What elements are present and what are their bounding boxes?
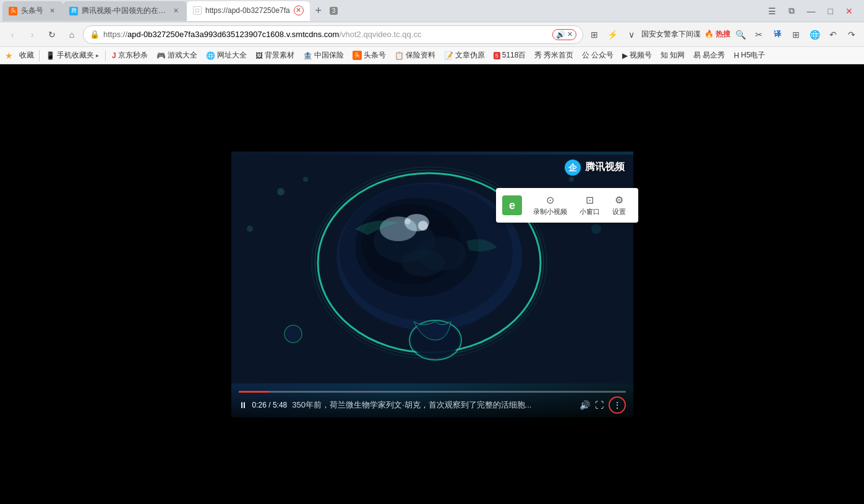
brightness-icon[interactable]: 🌐 bbox=[806, 26, 823, 43]
progress-bar[interactable] bbox=[239, 391, 626, 393]
cut-icon[interactable]: ✂ bbox=[750, 26, 768, 43]
bookmark-xiumi[interactable]: 秀 秀米首页 bbox=[531, 49, 577, 62]
bookmark-article-label: 文章伪原 bbox=[455, 50, 485, 61]
window-controls: ☰ ⧉ — □ ✕ bbox=[764, 4, 862, 17]
svg-text:企: 企 bbox=[568, 163, 578, 173]
bookmark-xiumi-label: 秀米首页 bbox=[544, 50, 573, 61]
bookmark-games[interactable]: 🎮 游戏大全 bbox=[153, 49, 201, 62]
translate-icon[interactable]: 译 bbox=[769, 26, 786, 43]
security-lock-icon: 🔒 bbox=[90, 30, 100, 39]
floating-toolbar-icon: e bbox=[502, 195, 522, 215]
bookmark-jd-icon: J bbox=[112, 51, 116, 60]
grid-icon[interactable]: ⊞ bbox=[787, 26, 805, 43]
svg-point-1 bbox=[277, 188, 284, 195]
bookmark-toutiao-label: 头条号 bbox=[364, 50, 386, 61]
bookmark-bg[interactable]: 🖼 背景素材 bbox=[252, 49, 298, 62]
bookmark-jd[interactable]: J 京东秒杀 bbox=[108, 49, 152, 62]
audio-icon: 🔊 bbox=[556, 30, 565, 39]
svg-point-16 bbox=[401, 249, 445, 276]
svg-point-3 bbox=[591, 224, 601, 234]
more-options-button[interactable]: ⋮ bbox=[609, 396, 626, 414]
mute-tab-button[interactable]: ✕ bbox=[567, 30, 573, 38]
settings-icon: ⚙ bbox=[615, 194, 623, 206]
svg-point-27 bbox=[286, 327, 301, 341]
tab-close-tencent[interactable]: ✕ bbox=[171, 6, 181, 16]
tab-favicon-tencent: 腾 bbox=[69, 7, 78, 15]
dropdown-icon[interactable]: ∨ bbox=[623, 26, 640, 43]
current-time: 0:26 bbox=[252, 401, 267, 409]
bookmark-sites[interactable]: 🌐 网址大全 bbox=[202, 49, 250, 62]
tab-toutiao[interactable]: 头 头条号 ✕ bbox=[2, 1, 63, 21]
bookmark-mobile[interactable]: 📱 手机收藏夹 ▸ bbox=[42, 49, 103, 62]
bookmark-zhiwang[interactable]: 知 知网 bbox=[657, 49, 688, 62]
redo-icon[interactable]: ↷ bbox=[843, 26, 860, 43]
audio-indicator: 🔊 ✕ bbox=[552, 29, 576, 40]
pause-button[interactable]: ⏸ bbox=[239, 400, 247, 410]
bookmark-games-label: 游戏大全 bbox=[168, 50, 197, 61]
controls-row: ⏸ 0:26 / 5:48 350年前，荷兰微生物学家列文·胡克，首次观察到了完… bbox=[239, 396, 626, 414]
search-icon[interactable]: 🔍 bbox=[732, 26, 749, 43]
window-close-btn[interactable]: ✕ bbox=[842, 5, 857, 17]
bookmark-yiqixiu[interactable]: 易 易企秀 bbox=[690, 49, 729, 62]
tab-tencent-video[interactable]: 腾 腾讯视频-中国领先的在线视... ✕ bbox=[63, 1, 187, 21]
progress-fill bbox=[239, 391, 270, 393]
bookmark-mobile-arrow: ▸ bbox=[96, 52, 99, 59]
tencent-video-text: 腾讯视频 bbox=[585, 161, 625, 174]
tab-add-button[interactable]: + bbox=[310, 2, 327, 20]
url-bar[interactable]: 🔒 https://apd-0b327250e7fa3a993d63512390… bbox=[83, 25, 583, 44]
lightning-icon[interactable]: ⚡ bbox=[604, 26, 622, 43]
fullscreen-button[interactable]: ⛶ bbox=[595, 400, 604, 410]
bookmark-video-num-label: 视频号 bbox=[630, 50, 652, 61]
nav-back-button[interactable]: ‹ bbox=[4, 26, 21, 43]
bookmark-5118[interactable]: 5 5118百 bbox=[490, 49, 530, 62]
nav-refresh-button[interactable]: ↻ bbox=[43, 26, 61, 43]
bookmark-insurance-cn-icon: 🏦 bbox=[303, 51, 312, 60]
bookmark-article-icon: 📝 bbox=[444, 51, 453, 60]
bookmark-h5-icon: H bbox=[734, 51, 739, 60]
settings-button[interactable]: ⚙ 设置 bbox=[606, 192, 632, 219]
tab-favicon-toutiao: 头 bbox=[9, 7, 17, 15]
tab-label-tencent: 腾讯视频-中国领先的在线视... bbox=[82, 6, 167, 16]
apps-icon[interactable]: ⊞ bbox=[586, 26, 603, 43]
bookmark-h5-label: H5电子 bbox=[741, 50, 765, 61]
window-new-icon[interactable]: ⧉ bbox=[785, 4, 798, 17]
window-menu-icon[interactable]: ☰ bbox=[764, 5, 780, 17]
undo-icon[interactable]: ↶ bbox=[824, 26, 842, 43]
bookmark-bg-label: 背景素材 bbox=[265, 50, 294, 61]
bookmark-article[interactable]: 📝 文章伪原 bbox=[440, 49, 489, 62]
svg-point-6 bbox=[247, 226, 253, 232]
bookmark-insurance-data-label: 保险资料 bbox=[406, 50, 435, 61]
tab-video-url[interactable]: □ https://apd-0b327250e7fa ✕ bbox=[187, 1, 310, 21]
bookmark-separator-2 bbox=[105, 50, 106, 61]
bookmark-toutiao[interactable]: 头 头条号 bbox=[349, 49, 390, 62]
miniplayer-icon: ⊡ bbox=[586, 194, 594, 206]
record-video-button[interactable]: ⊙ 录制小视频 bbox=[527, 192, 573, 219]
bookmark-bg-icon: 🖼 bbox=[255, 51, 263, 60]
nav-home-button[interactable]: ⌂ bbox=[63, 26, 80, 43]
bookmark-sites-icon: 🌐 bbox=[206, 51, 215, 60]
bookmark-video-num[interactable]: ▶ 视频号 bbox=[618, 49, 656, 62]
miniplayer-button[interactable]: ⊡ 小窗口 bbox=[573, 192, 606, 219]
main-content: 企 腾讯视频 ⏸ 0:26 / 5:48 350年前，荷兰微生物学家列文·胡克，… bbox=[0, 64, 864, 504]
tab-close-video[interactable]: ✕ bbox=[294, 6, 304, 15]
bookmark-games-icon: 🎮 bbox=[156, 51, 166, 60]
bookmark-mobile-icon: 📱 bbox=[46, 51, 55, 60]
volume-button[interactable]: 🔊 bbox=[580, 400, 590, 410]
bookmark-insurance-data[interactable]: 📋 保险资料 bbox=[391, 49, 439, 62]
window-maximize-btn[interactable]: □ bbox=[824, 5, 837, 17]
bookmark-gongzhonghao[interactable]: 公 公众号 bbox=[578, 49, 617, 62]
bookmark-sites-label: 网址大全 bbox=[217, 50, 247, 61]
bookmark-insurance-data-icon: 📋 bbox=[395, 51, 404, 60]
bookmark-h5[interactable]: H H5电子 bbox=[730, 49, 769, 62]
settings-label: 设置 bbox=[612, 207, 626, 216]
bookmark-insurance-cn[interactable]: 🏦 中国保险 bbox=[299, 49, 348, 62]
window-minimize-btn[interactable]: — bbox=[803, 5, 819, 17]
address-bar: ‹ › ↻ ⌂ 🔒 https://apd-0b327250e7fa3a993d… bbox=[0, 22, 864, 47]
tab-bar: 头 头条号 ✕ 腾 腾讯视频-中国领先的在线视... ✕ □ https://a… bbox=[0, 0, 864, 22]
bookmark-toutiao-icon: 头 bbox=[353, 51, 362, 60]
bookmark-yiqixiu-label: 易企秀 bbox=[703, 50, 725, 61]
tab-close-toutiao[interactable]: ✕ bbox=[47, 6, 57, 16]
time-display: 0:26 / 5:48 bbox=[252, 401, 288, 409]
tab-label-toutiao: 头条号 bbox=[21, 6, 43, 16]
nav-forward-button[interactable]: › bbox=[24, 26, 41, 43]
